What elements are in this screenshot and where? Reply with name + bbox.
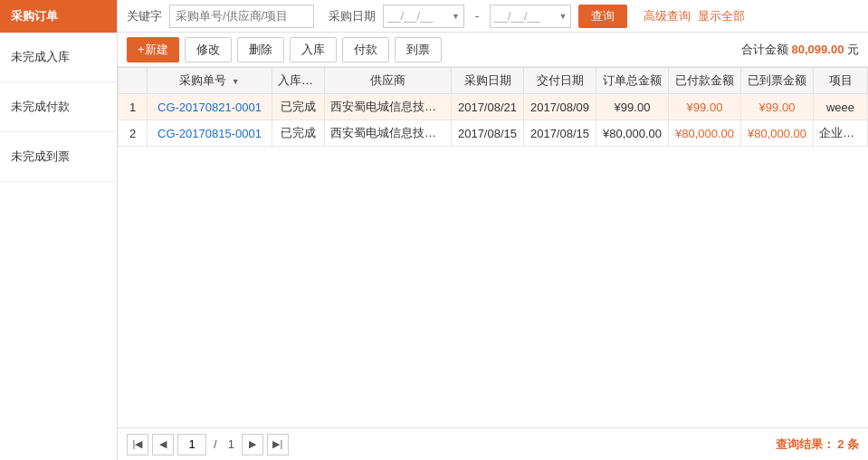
date-end-arrow-icon: ▼ [558,12,567,21]
col-header-delivery-date: 交付日期 [524,68,596,94]
cell-purchase_date: 2017/08/21 [452,94,524,120]
total-amount-value: 80,099.00 [792,43,844,56]
keyword-label: 关键字 [127,8,162,24]
advanced-query-link[interactable]: 高级查询 [644,8,691,24]
purchase-order-table: 采购单号 ▼ 入库状态 供应商 采购日期 交付日期 [118,67,868,147]
cell-idx: 1 [119,94,148,120]
cell-paid_amount: ¥80,000.00 [669,120,741,147]
sidebar-title: 采购订单 [11,8,58,24]
new-button[interactable]: +新建 [127,37,179,62]
cell-project: 企业信息化 [814,120,868,147]
table-row[interactable]: 2CG-20170815-0001已完成西安蜀电城信息技术有限公司2017/08… [119,120,868,147]
total-pages: 1 [228,437,234,451]
page-separator: / [214,437,217,451]
date-start-placeholder: __/__/__ [387,9,434,23]
main-content: 关键字 采购日期 __/__/__ ▼ - __/__/__ ▼ 查询 高级查询… [118,0,868,460]
toolbar: +新建 修改 删除 入库 付款 到票 合计金额 80,099.00 元 [118,33,868,67]
topbar: 关键字 采购日期 __/__/__ ▼ - __/__/__ ▼ 查询 高级查询… [118,0,868,33]
invoice-button[interactable]: 到票 [395,37,442,62]
warehousing-button[interactable]: 入库 [290,37,337,62]
result-unit: 条 [847,437,859,451]
sidebar-item-label: 未完成入库 [11,50,70,63]
cell-idx: 2 [119,120,148,147]
pagination-bar: |◀ ◀ / 1 ▶ ▶| 查询结果： 2 条 [118,427,868,460]
sidebar-item-pending-warehousing[interactable]: 未完成入库 [0,33,117,82]
show-all-link[interactable]: 显示全部 [698,8,745,24]
col-header-idx [119,68,148,94]
cell-purchase_date: 2017/08/15 [452,120,524,147]
keyword-input[interactable] [169,5,314,28]
cell-order_no[interactable]: CG-20170815-0001 [148,120,272,147]
total-unit: 元 [847,43,859,56]
date-label: 采购日期 [329,8,376,24]
col-header-order-no[interactable]: 采购单号 ▼ [148,68,272,94]
date-start-input[interactable]: __/__/__ ▼ [383,5,464,28]
cell-supplier: 西安蜀电城信息技术有限公司 [325,120,452,147]
cell-status: 已完成 [272,120,325,147]
cell-invoiced_amount: ¥80,000.00 [741,120,814,147]
col-header-paid-amount: 已付款金额 [669,68,741,94]
sort-arrow-icon: ▼ [232,77,240,86]
cell-invoiced_amount: ¥99.00 [741,94,814,120]
date-end-input[interactable]: __/__/__ ▼ [490,5,571,28]
total-amount-display: 合计金额 80,099.00 元 [741,42,859,58]
sidebar: 采购订单 未完成入库 未完成付款 未完成到票 [0,0,118,460]
cell-delivery_date: 2017/08/15 [524,120,596,147]
col-header-purchase-date: 采购日期 [452,68,524,94]
next-page-button[interactable]: ▶ [242,434,263,455]
table-row[interactable]: 1CG-20170821-0001已完成西安蜀电城信息技术有限公司2017/08… [119,94,868,120]
sidebar-item-label: 未完成到票 [11,149,70,163]
sidebar-header: 采购订单 [0,0,117,33]
delete-button[interactable]: 删除 [237,37,284,62]
date-end-placeholder: __/__/__ [494,9,540,23]
cell-supplier: 西安蜀电城信息技术有限公司 [325,94,452,120]
result-count: 2 [837,437,844,451]
col-header-supplier: 供应商 [325,68,452,94]
col-header-status: 入库状态 [272,68,325,94]
cell-order_amount: ¥99.00 [596,94,669,120]
col-header-project: 项目 [814,68,868,94]
payment-button[interactable]: 付款 [342,37,389,62]
sidebar-item-label: 未完成付款 [11,100,70,113]
total-label: 合计金额 [741,43,788,56]
query-button[interactable]: 查询 [578,5,627,28]
query-result-info: 查询结果： 2 条 [776,436,859,453]
edit-button[interactable]: 修改 [185,37,232,62]
sidebar-item-pending-invoice[interactable]: 未完成到票 [0,132,117,182]
cell-order_amount: ¥80,000.00 [596,120,669,147]
cell-paid_amount: ¥99.00 [669,94,741,120]
col-header-order-amount: 订单总金额 [596,68,669,94]
last-page-button[interactable]: ▶| [267,434,289,455]
cell-order_no[interactable]: CG-20170821-0001 [148,94,272,120]
prev-page-button[interactable]: ◀ [152,434,174,455]
cell-project: weee [814,94,868,120]
cell-status: 已完成 [272,94,325,120]
table-wrapper: 采购单号 ▼ 入库状态 供应商 采购日期 交付日期 [118,67,868,427]
sidebar-item-pending-payment[interactable]: 未完成付款 [0,82,117,132]
col-header-invoiced-amount: 已到票金额 [741,68,814,94]
date-separator: - [475,9,479,23]
cell-delivery_date: 2017/08/09 [524,94,596,120]
table-header-row: 采购单号 ▼ 入库状态 供应商 采购日期 交付日期 [119,68,868,94]
result-label: 查询结果： [776,437,835,451]
date-start-arrow-icon: ▼ [452,12,460,21]
page-number-input[interactable] [177,434,206,455]
first-page-button[interactable]: |◀ [127,434,148,455]
